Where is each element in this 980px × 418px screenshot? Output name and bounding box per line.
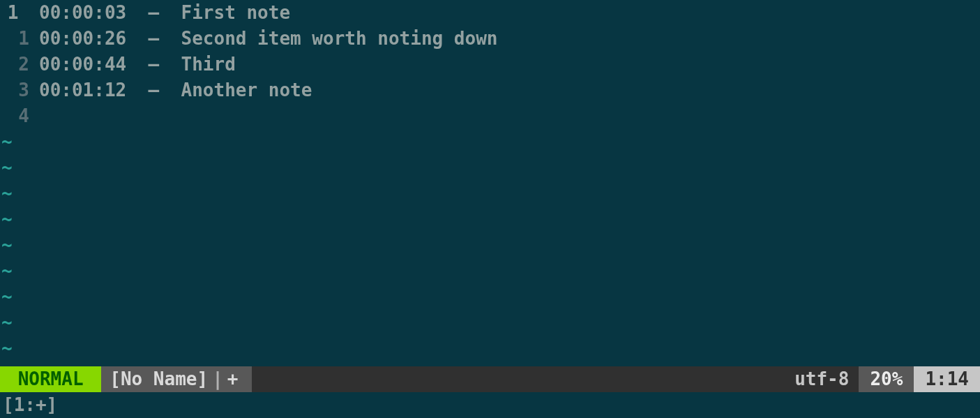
line-number: 2 <box>0 52 32 77</box>
buffer-line[interactable]: 100:00:26 – Second item worth noting dow… <box>0 26 980 52</box>
buffer-line[interactable]: 200:00:44 – Third <box>0 52 980 77</box>
empty-line-marker: ~ <box>0 258 980 284</box>
line-content[interactable]: 00:00:44 – Third <box>32 52 236 77</box>
line-number: 3 <box>0 77 32 103</box>
position-segment: 1:14 <box>914 366 980 392</box>
line-content[interactable]: 00:01:12 – Another note <box>32 77 312 103</box>
command-line[interactable]: [1:+] <box>0 392 980 418</box>
tilde-icon: ~ <box>0 155 32 181</box>
tilde-icon: ~ <box>0 336 32 361</box>
timestamp: 00:01:12 <box>39 80 126 100</box>
line-number: 1 <box>0 0 32 26</box>
note-text: Second item worth noting down <box>181 28 498 49</box>
empty-line-marker: ~ <box>0 232 980 258</box>
empty-line-marker: ~ <box>0 310 980 336</box>
note-text: Another note <box>181 80 312 100</box>
empty-line-marker: ~ <box>0 181 980 207</box>
mode-indicator: NORMAL <box>0 366 101 392</box>
buffer-line[interactable]: 4 <box>0 103 980 129</box>
separator-dash: – <box>126 80 181 100</box>
empty-line-marker: ~ <box>0 207 980 232</box>
separator-pipe: | <box>208 366 227 392</box>
tilde-icon: ~ <box>0 181 32 207</box>
tabline-indicator: [1:+] <box>3 392 57 418</box>
note-text: First note <box>181 2 291 23</box>
percent-segment: 20% <box>859 366 914 392</box>
filename-segment: [No Name] | + <box>101 366 252 392</box>
encoding-segment: utf-8 <box>785 366 859 392</box>
tilde-icon: ~ <box>0 258 32 284</box>
tilde-icon: ~ <box>0 284 32 310</box>
filename-label: [No Name] <box>110 366 208 392</box>
empty-line-marker: ~ <box>0 284 980 310</box>
tilde-icon: ~ <box>0 129 32 155</box>
line-number: 1 <box>0 26 32 52</box>
empty-line-marker: ~ <box>0 155 980 181</box>
status-line: NORMAL [No Name] | + utf-8 20% 1:14 <box>0 366 980 392</box>
editor-window: 1 00:00:03 – First note100:00:26 – Secon… <box>0 0 980 418</box>
line-content[interactable]: 00:00:26 – Second item worth noting down <box>32 26 497 52</box>
modified-flag: + <box>227 366 244 392</box>
buffer-line[interactable]: 1 00:00:03 – First note <box>0 0 980 26</box>
tilde-icon: ~ <box>0 232 32 258</box>
note-text: Third <box>181 54 236 75</box>
timestamp: 00:00:26 <box>39 28 126 49</box>
separator-dash: – <box>126 2 181 23</box>
separator-dash: – <box>126 28 181 49</box>
timestamp: 00:00:44 <box>39 54 126 75</box>
tilde-icon: ~ <box>0 310 32 336</box>
tilde-icon: ~ <box>0 207 32 232</box>
empty-line-marker: ~ <box>0 336 980 361</box>
timestamp: 00:00:03 <box>39 2 126 23</box>
empty-line-marker: ~ <box>0 129 980 155</box>
line-number: 4 <box>0 103 32 129</box>
separator-dash: – <box>126 54 181 75</box>
line-content[interactable]: 00:00:03 – First note <box>32 0 290 26</box>
text-buffer[interactable]: 1 00:00:03 – First note100:00:26 – Secon… <box>0 0 980 366</box>
buffer-line[interactable]: 300:01:12 – Another note <box>0 77 980 103</box>
